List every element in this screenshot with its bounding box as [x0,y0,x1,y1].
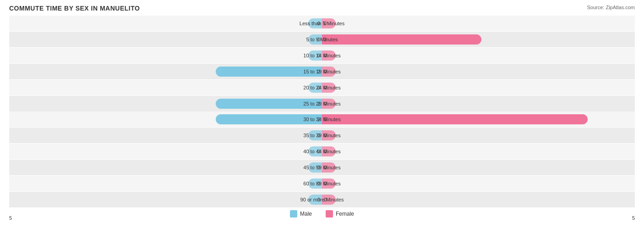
chart-row: 35 to 39 Minutes00 [9,128,635,143]
legend-female: Female [326,210,354,218]
male-value: 0 [317,181,320,186]
male-value: 0 [317,85,320,90]
male-legend-label: Male [300,211,312,217]
chart-row: 20 to 24 Minutes00 [9,80,635,95]
chart-row: 40 to 44 Minutes00 [9,144,635,159]
female-value: 0 [324,149,327,154]
female-value: 0 [324,53,327,58]
male-value: 2 [317,101,320,106]
female-bar [322,34,481,45]
female-value: 0 [324,197,327,202]
chart-row: 45 to 59 Minutes00 [9,160,635,175]
female-legend-label: Female [336,211,354,217]
male-value: 0 [317,53,320,58]
male-value: 0 [317,133,320,138]
female-value: 0 [324,181,327,186]
male-value: 0 [317,21,320,26]
female-legend-box [326,210,333,218]
male-value: 0 [317,37,320,42]
source-text: Source: ZipAtlas.com [587,5,635,10]
chart-row: 15 to 19 Minutes20 [9,64,635,79]
male-value: 0 [317,165,320,170]
male-bar [216,114,322,124]
male-bar [216,67,322,77]
female-value: 0 [324,69,327,74]
legend: Male Female [9,210,635,218]
chart-row: Less than 5 Minutes00 [9,16,635,31]
male-bar [216,99,322,109]
chart-area: Less than 5 Minutes005 to 9 Minutes0310 … [9,16,635,207]
chart-row: 5 to 9 Minutes03 [9,32,635,47]
chart-row: 30 to 34 Minutes25 [9,112,635,127]
chart-row: 90 or more Minutes00 [9,192,635,207]
male-legend-box [290,210,297,218]
female-value: 0 [324,165,327,170]
legend-male: Male [290,210,312,218]
chart-container: COMMUTE TIME BY SEX IN MANUELITO Source:… [0,0,644,240]
male-value: 0 [317,149,320,154]
female-value: 5 [324,117,327,122]
male-value: 2 [317,117,320,122]
female-value: 0 [324,133,327,138]
female-bar [322,114,588,124]
female-value: 0 [324,21,327,26]
female-value: 0 [324,101,327,106]
chart-row: 25 to 29 Minutes20 [9,96,635,112]
female-value: 3 [324,37,327,42]
axis-right: 5 [632,215,635,221]
chart-row: 10 to 14 Minutes00 [9,48,635,63]
female-value: 0 [324,85,327,90]
axis-left: 5 [9,215,12,221]
chart-title: COMMUTE TIME BY SEX IN MANUELITO [9,5,635,12]
male-value: 2 [317,69,320,74]
chart-row: 60 to 89 Minutes00 [9,176,635,191]
male-value: 0 [317,197,320,202]
